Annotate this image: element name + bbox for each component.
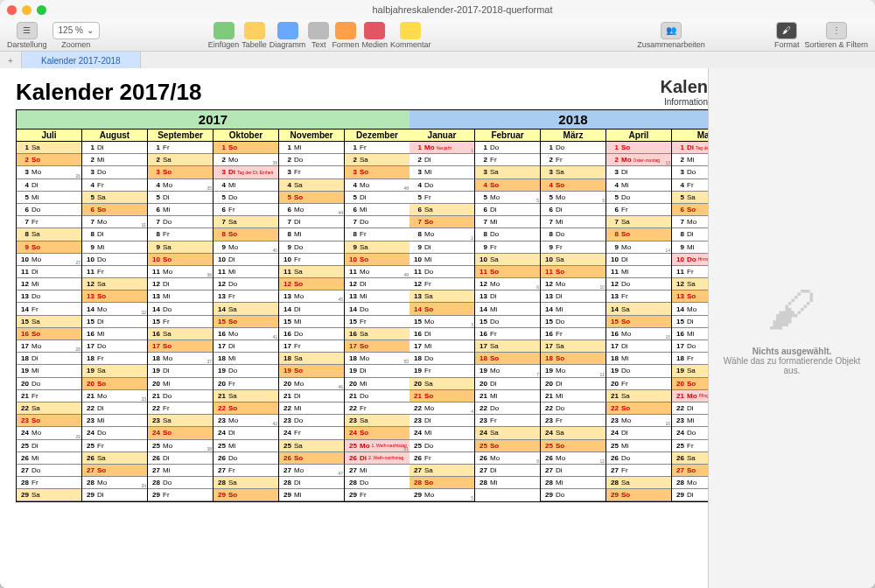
day-cell[interactable]: 17So — [148, 340, 213, 353]
day-cell[interactable]: 1DiTag der Arbeit — [672, 142, 708, 154]
day-cell[interactable]: 9Mi — [82, 242, 147, 254]
day-cell[interactable]: 14Mo32 — [82, 303, 147, 315]
day-cell[interactable]: 22Do — [475, 402, 540, 415]
day-cell[interactable]: 27Sa — [410, 465, 474, 477]
day-cell[interactable]: 24Sa — [541, 427, 606, 439]
day-cell[interactable]: 17Do — [82, 340, 147, 353]
day-cell[interactable]: 7Fr — [17, 216, 81, 228]
day-cell[interactable]: 24So — [345, 427, 410, 439]
toolbar-kommentar-button[interactable]: Kommentar — [390, 22, 431, 49]
day-cell[interactable]: 7Sa — [214, 216, 278, 228]
day-cell[interactable]: 12Mo10 — [541, 278, 606, 290]
day-cell[interactable]: 3So — [345, 166, 410, 178]
zoom-select[interactable]: 125 %⌄ Zoomen — [52, 22, 100, 49]
day-cell[interactable]: 28Mo21 — [672, 477, 708, 489]
day-cell[interactable]: 17Do — [672, 340, 708, 353]
day-cell[interactable]: 8So — [606, 228, 671, 241]
day-cell[interactable]: 11Mo49 — [345, 266, 410, 278]
spreadsheet-canvas[interactable]: Kalender 2017/18 KalenInformation 2017Ju… — [0, 68, 708, 588]
day-cell[interactable]: 27Mi — [345, 465, 410, 477]
day-cell[interactable]: 13Di — [475, 290, 540, 303]
day-cell[interactable]: 20So — [672, 378, 708, 390]
day-cell[interactable]: 2Sa — [345, 154, 410, 166]
format-button[interactable]: 🖌Format — [774, 22, 800, 49]
day-cell[interactable]: 19Do — [606, 365, 671, 377]
day-cell[interactable]: 20Mo46 — [279, 378, 344, 390]
day-cell[interactable]: 11Fr — [672, 266, 708, 278]
day-cell[interactable]: 14Sa — [214, 303, 278, 315]
day-cell[interactable]: 28Di — [279, 477, 344, 489]
day-cell[interactable]: 12Di — [148, 278, 213, 290]
day-cell[interactable]: 19Di — [345, 365, 410, 377]
day-cell[interactable]: 5Do — [606, 192, 671, 204]
day-cell[interactable]: 22Di — [672, 402, 708, 415]
day-cell[interactable]: 25Di — [17, 440, 81, 452]
day-cell[interactable]: 23Sa — [345, 415, 410, 427]
day-cell[interactable]: 21Fr — [17, 390, 81, 402]
day-cell[interactable]: 11Fr — [82, 266, 147, 278]
day-cell[interactable]: 13Sa — [410, 290, 474, 303]
day-cell[interactable]: 15Mi — [279, 316, 344, 328]
day-cell[interactable]: 15So — [214, 316, 278, 328]
day-cell[interactable]: 25Sa — [279, 440, 344, 452]
day-cell[interactable]: 15Di — [672, 316, 708, 328]
day-cell[interactable]: 21Mi — [475, 390, 540, 402]
day-cell[interactable]: 7Mi — [475, 216, 540, 228]
day-cell[interactable]: 6Fr — [214, 204, 278, 216]
day-cell[interactable]: 3DiTag der Dt. Einheit — [214, 166, 278, 178]
day-cell[interactable]: 12Fr — [410, 278, 474, 290]
day-cell[interactable]: 18Fr — [672, 353, 708, 365]
day-cell[interactable]: 26Fr — [410, 452, 474, 465]
day-cell[interactable]: 13Fr — [214, 290, 278, 303]
day-cell[interactable]: 9Do — [279, 242, 344, 254]
day-cell[interactable]: 26Di2. Weih-nachtstag — [345, 452, 410, 465]
day-cell[interactable]: 26Mo8 — [475, 452, 540, 465]
day-cell[interactable]: 6Do — [17, 204, 81, 216]
day-cell[interactable]: 25So — [541, 440, 606, 452]
day-cell[interactable]: 21Do — [345, 390, 410, 402]
day-cell[interactable]: 23So — [17, 415, 81, 427]
day-cell[interactable]: 17Mo28 — [17, 340, 81, 353]
day-cell[interactable]: 16Sa — [148, 328, 213, 340]
day-cell[interactable]: 7Do — [345, 216, 410, 228]
sort-button[interactable]: ⋮Sortieren & Filtern — [804, 22, 868, 49]
day-cell[interactable]: 8Sa — [17, 228, 81, 241]
day-cell[interactable]: 8Fr — [345, 228, 410, 241]
day-cell[interactable]: 20So — [82, 378, 147, 390]
sheet-tab[interactable]: Kalender 2017-2018 — [22, 52, 141, 69]
day-cell[interactable]: 23Mo16 — [606, 415, 671, 427]
day-cell[interactable]: 22Do — [541, 402, 606, 415]
day-cell[interactable]: 25So — [475, 440, 540, 452]
day-cell[interactable]: 27Di — [541, 465, 606, 477]
day-cell[interactable]: 1Sa — [17, 142, 81, 154]
day-cell[interactable]: 9Mi — [672, 242, 708, 254]
day-cell[interactable]: 14Do — [148, 303, 213, 315]
day-cell[interactable]: 10Mo27 — [17, 254, 81, 266]
day-cell[interactable]: 26Di — [148, 452, 213, 465]
day-cell[interactable]: 7Di — [279, 216, 344, 228]
day-cell[interactable]: 4Fr — [82, 179, 147, 192]
day-cell[interactable]: 13Di — [541, 290, 606, 303]
day-cell[interactable]: 23Di — [410, 415, 474, 427]
day-cell[interactable]: 2Fr — [541, 154, 606, 166]
day-cell[interactable]: 23Do — [279, 415, 344, 427]
day-cell[interactable]: 22So — [214, 402, 278, 415]
day-cell[interactable]: 8Di — [82, 228, 147, 241]
close-icon[interactable] — [7, 5, 17, 15]
day-cell[interactable]: 26Mo12 — [541, 452, 606, 465]
day-cell[interactable]: 11So — [541, 266, 606, 278]
day-cell[interactable]: 27So — [672, 465, 708, 477]
day-cell[interactable]: 22Mo4 — [410, 402, 474, 415]
day-cell[interactable]: 23Mi — [82, 415, 147, 427]
day-cell[interactable]: 16Mi — [672, 328, 708, 340]
day-cell[interactable]: 3Do — [672, 166, 708, 178]
day-cell[interactable]: 9Mo14 — [606, 242, 671, 254]
day-cell[interactable]: 4Mi — [606, 179, 671, 192]
day-cell[interactable]: 27Do — [17, 465, 81, 477]
day-cell[interactable]: 8Do — [541, 228, 606, 241]
day-cell[interactable]: 10Do — [82, 254, 147, 266]
day-cell[interactable]: 29So — [606, 489, 671, 501]
day-cell[interactable]: 6Mo44 — [279, 204, 344, 216]
day-cell[interactable]: 15Fr — [345, 316, 410, 328]
day-cell[interactable]: 2MoOster-montag13 — [606, 154, 671, 166]
